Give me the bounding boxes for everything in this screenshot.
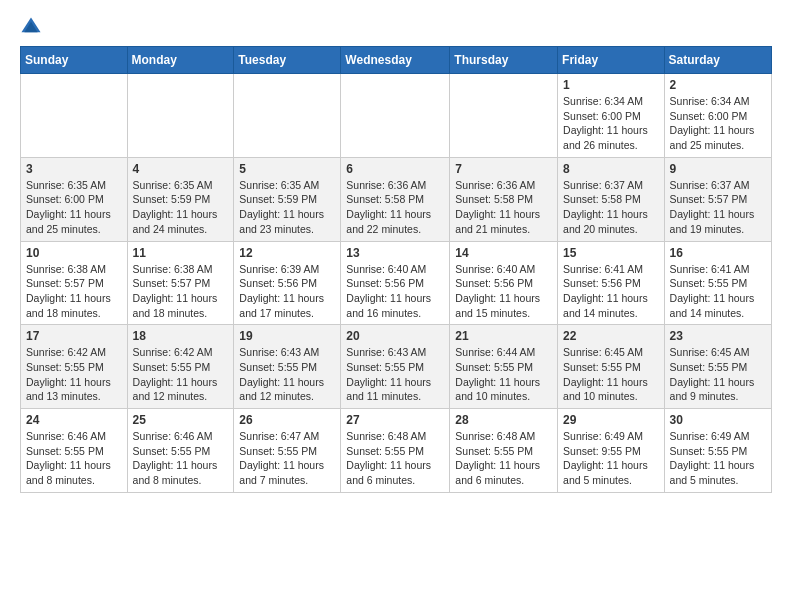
calendar-header-tuesday: Tuesday — [234, 47, 341, 74]
day-info: Sunrise: 6:37 AMSunset: 5:57 PMDaylight:… — [670, 178, 766, 237]
day-info: Sunrise: 6:41 AMSunset: 5:55 PMDaylight:… — [670, 262, 766, 321]
day-info: Sunrise: 6:43 AMSunset: 5:55 PMDaylight:… — [346, 345, 444, 404]
day-number: 13 — [346, 246, 444, 260]
day-number: 2 — [670, 78, 766, 92]
day-number: 7 — [455, 162, 552, 176]
day-info: Sunrise: 6:35 AMSunset: 5:59 PMDaylight:… — [133, 178, 229, 237]
day-number: 21 — [455, 329, 552, 343]
day-number: 5 — [239, 162, 335, 176]
calendar-cell: 10Sunrise: 6:38 AMSunset: 5:57 PMDayligh… — [21, 241, 128, 325]
calendar-cell: 5Sunrise: 6:35 AMSunset: 5:59 PMDaylight… — [234, 157, 341, 241]
day-number: 22 — [563, 329, 659, 343]
day-number: 9 — [670, 162, 766, 176]
calendar-week-1: 1Sunrise: 6:34 AMSunset: 6:00 PMDaylight… — [21, 74, 772, 158]
day-number: 27 — [346, 413, 444, 427]
day-number: 26 — [239, 413, 335, 427]
calendar-header-friday: Friday — [558, 47, 665, 74]
calendar-week-4: 17Sunrise: 6:42 AMSunset: 5:55 PMDayligh… — [21, 325, 772, 409]
calendar-cell: 2Sunrise: 6:34 AMSunset: 6:00 PMDaylight… — [664, 74, 771, 158]
day-info: Sunrise: 6:38 AMSunset: 5:57 PMDaylight:… — [133, 262, 229, 321]
day-info: Sunrise: 6:42 AMSunset: 5:55 PMDaylight:… — [26, 345, 122, 404]
calendar-cell: 23Sunrise: 6:45 AMSunset: 5:55 PMDayligh… — [664, 325, 771, 409]
day-number: 8 — [563, 162, 659, 176]
calendar-cell: 4Sunrise: 6:35 AMSunset: 5:59 PMDaylight… — [127, 157, 234, 241]
day-number: 17 — [26, 329, 122, 343]
calendar-cell: 8Sunrise: 6:37 AMSunset: 5:58 PMDaylight… — [558, 157, 665, 241]
calendar-cell: 21Sunrise: 6:44 AMSunset: 5:55 PMDayligh… — [450, 325, 558, 409]
day-number: 1 — [563, 78, 659, 92]
day-number: 20 — [346, 329, 444, 343]
calendar-cell: 22Sunrise: 6:45 AMSunset: 5:55 PMDayligh… — [558, 325, 665, 409]
calendar-cell: 3Sunrise: 6:35 AMSunset: 6:00 PMDaylight… — [21, 157, 128, 241]
calendar-cell: 28Sunrise: 6:48 AMSunset: 5:55 PMDayligh… — [450, 409, 558, 493]
calendar: SundayMondayTuesdayWednesdayThursdayFrid… — [20, 46, 772, 493]
day-info: Sunrise: 6:49 AMSunset: 5:55 PMDaylight:… — [670, 429, 766, 488]
calendar-cell: 6Sunrise: 6:36 AMSunset: 5:58 PMDaylight… — [341, 157, 450, 241]
day-number: 19 — [239, 329, 335, 343]
calendar-cell: 7Sunrise: 6:36 AMSunset: 5:58 PMDaylight… — [450, 157, 558, 241]
day-info: Sunrise: 6:40 AMSunset: 5:56 PMDaylight:… — [346, 262, 444, 321]
calendar-cell — [234, 74, 341, 158]
calendar-header-wednesday: Wednesday — [341, 47, 450, 74]
day-info: Sunrise: 6:42 AMSunset: 5:55 PMDaylight:… — [133, 345, 229, 404]
day-info: Sunrise: 6:36 AMSunset: 5:58 PMDaylight:… — [346, 178, 444, 237]
calendar-cell: 15Sunrise: 6:41 AMSunset: 5:56 PMDayligh… — [558, 241, 665, 325]
day-number: 23 — [670, 329, 766, 343]
day-number: 25 — [133, 413, 229, 427]
calendar-header-monday: Monday — [127, 47, 234, 74]
calendar-cell: 18Sunrise: 6:42 AMSunset: 5:55 PMDayligh… — [127, 325, 234, 409]
day-info: Sunrise: 6:35 AMSunset: 5:59 PMDaylight:… — [239, 178, 335, 237]
calendar-cell: 14Sunrise: 6:40 AMSunset: 5:56 PMDayligh… — [450, 241, 558, 325]
day-info: Sunrise: 6:48 AMSunset: 5:55 PMDaylight:… — [346, 429, 444, 488]
day-info: Sunrise: 6:34 AMSunset: 6:00 PMDaylight:… — [563, 94, 659, 153]
calendar-cell: 26Sunrise: 6:47 AMSunset: 5:55 PMDayligh… — [234, 409, 341, 493]
calendar-cell: 9Sunrise: 6:37 AMSunset: 5:57 PMDaylight… — [664, 157, 771, 241]
calendar-cell — [127, 74, 234, 158]
logo — [20, 16, 44, 38]
day-info: Sunrise: 6:41 AMSunset: 5:56 PMDaylight:… — [563, 262, 659, 321]
day-number: 18 — [133, 329, 229, 343]
day-number: 3 — [26, 162, 122, 176]
calendar-cell: 27Sunrise: 6:48 AMSunset: 5:55 PMDayligh… — [341, 409, 450, 493]
calendar-week-5: 24Sunrise: 6:46 AMSunset: 5:55 PMDayligh… — [21, 409, 772, 493]
calendar-cell: 16Sunrise: 6:41 AMSunset: 5:55 PMDayligh… — [664, 241, 771, 325]
calendar-cell: 20Sunrise: 6:43 AMSunset: 5:55 PMDayligh… — [341, 325, 450, 409]
day-number: 29 — [563, 413, 659, 427]
day-number: 6 — [346, 162, 444, 176]
day-number: 11 — [133, 246, 229, 260]
calendar-week-2: 3Sunrise: 6:35 AMSunset: 6:00 PMDaylight… — [21, 157, 772, 241]
day-info: Sunrise: 6:34 AMSunset: 6:00 PMDaylight:… — [670, 94, 766, 153]
day-info: Sunrise: 6:37 AMSunset: 5:58 PMDaylight:… — [563, 178, 659, 237]
day-info: Sunrise: 6:39 AMSunset: 5:56 PMDaylight:… — [239, 262, 335, 321]
calendar-header-row: SundayMondayTuesdayWednesdayThursdayFrid… — [21, 47, 772, 74]
day-info: Sunrise: 6:44 AMSunset: 5:55 PMDaylight:… — [455, 345, 552, 404]
day-info: Sunrise: 6:47 AMSunset: 5:55 PMDaylight:… — [239, 429, 335, 488]
day-info: Sunrise: 6:40 AMSunset: 5:56 PMDaylight:… — [455, 262, 552, 321]
calendar-cell: 13Sunrise: 6:40 AMSunset: 5:56 PMDayligh… — [341, 241, 450, 325]
day-number: 12 — [239, 246, 335, 260]
calendar-cell: 24Sunrise: 6:46 AMSunset: 5:55 PMDayligh… — [21, 409, 128, 493]
calendar-cell: 12Sunrise: 6:39 AMSunset: 5:56 PMDayligh… — [234, 241, 341, 325]
day-info: Sunrise: 6:46 AMSunset: 5:55 PMDaylight:… — [26, 429, 122, 488]
header — [20, 16, 772, 38]
calendar-cell — [21, 74, 128, 158]
day-number: 30 — [670, 413, 766, 427]
calendar-cell: 19Sunrise: 6:43 AMSunset: 5:55 PMDayligh… — [234, 325, 341, 409]
day-info: Sunrise: 6:48 AMSunset: 5:55 PMDaylight:… — [455, 429, 552, 488]
calendar-cell: 25Sunrise: 6:46 AMSunset: 5:55 PMDayligh… — [127, 409, 234, 493]
logo-icon — [20, 16, 42, 38]
calendar-header-saturday: Saturday — [664, 47, 771, 74]
day-info: Sunrise: 6:45 AMSunset: 5:55 PMDaylight:… — [563, 345, 659, 404]
day-info: Sunrise: 6:38 AMSunset: 5:57 PMDaylight:… — [26, 262, 122, 321]
day-number: 16 — [670, 246, 766, 260]
calendar-cell — [450, 74, 558, 158]
day-number: 14 — [455, 246, 552, 260]
calendar-cell: 1Sunrise: 6:34 AMSunset: 6:00 PMDaylight… — [558, 74, 665, 158]
calendar-header-sunday: Sunday — [21, 47, 128, 74]
calendar-cell: 11Sunrise: 6:38 AMSunset: 5:57 PMDayligh… — [127, 241, 234, 325]
day-info: Sunrise: 6:49 AMSunset: 9:55 PMDaylight:… — [563, 429, 659, 488]
calendar-header-thursday: Thursday — [450, 47, 558, 74]
day-info: Sunrise: 6:43 AMSunset: 5:55 PMDaylight:… — [239, 345, 335, 404]
day-number: 15 — [563, 246, 659, 260]
day-number: 28 — [455, 413, 552, 427]
